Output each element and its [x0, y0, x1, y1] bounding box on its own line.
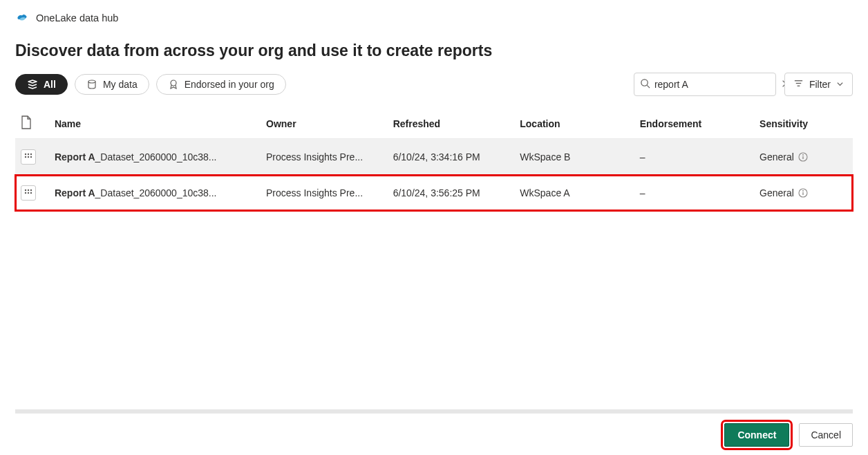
- right-controls: Filter: [634, 73, 853, 96]
- filter-icon: [793, 78, 804, 91]
- svg-point-19: [28, 189, 29, 190]
- ribbon-icon: [168, 79, 179, 90]
- svg-line-3: [647, 85, 650, 88]
- cell-refreshed: 6/10/24, 3:34:16 PM: [388, 139, 515, 175]
- search-input-wrap[interactable]: [634, 73, 776, 96]
- svg-point-0: [88, 80, 95, 83]
- filter-pill-group: All My data Endorsed in your org: [15, 74, 286, 95]
- header-bar: OneLake data hub: [0, 0, 868, 29]
- table-row[interactable]: Report A_Dataset_2060000_10c38... Proces…: [15, 175, 853, 211]
- app-title: OneLake data hub: [36, 12, 118, 24]
- cell-owner: Process Insights Pre...: [261, 139, 388, 175]
- filter-label: Filter: [809, 79, 831, 90]
- col-header-endorsement[interactable]: Endorsement: [634, 109, 754, 139]
- page-heading: Discover data from across your org and u…: [0, 29, 868, 73]
- pill-endorsed[interactable]: Endorsed in your org: [156, 74, 286, 95]
- table-header-row: Name Owner Refreshed Location Endorsemen…: [15, 109, 853, 139]
- svg-point-26: [802, 190, 804, 192]
- search-icon: [640, 78, 650, 91]
- svg-point-14: [30, 156, 32, 158]
- cell-owner: Process Insights Pre...: [261, 175, 388, 211]
- svg-point-17: [802, 154, 804, 156]
- info-icon: [798, 152, 808, 162]
- svg-point-11: [30, 154, 32, 155]
- table-row[interactable]: Report A_Dataset_2060000_10c38... Proces…: [15, 139, 853, 175]
- col-header-owner[interactable]: Owner: [261, 109, 388, 139]
- info-icon: [798, 188, 808, 198]
- cell-endorsement: –: [634, 175, 754, 211]
- svg-point-21: [25, 192, 26, 193]
- col-header-location[interactable]: Location: [514, 109, 634, 139]
- stack-icon: [27, 79, 38, 90]
- dataset-icon: [21, 149, 36, 165]
- col-header-type[interactable]: [15, 109, 49, 139]
- svg-point-10: [28, 154, 29, 155]
- svg-point-22: [28, 192, 29, 193]
- cell-endorsement: –: [634, 139, 754, 175]
- cell-sensitivity: General: [754, 175, 853, 211]
- filter-button[interactable]: Filter: [784, 73, 853, 96]
- cancel-button[interactable]: Cancel: [799, 423, 853, 447]
- svg-point-20: [30, 189, 32, 190]
- svg-point-18: [25, 189, 26, 190]
- pill-endorsed-label: Endorsed in your org: [185, 79, 274, 90]
- file-icon: [21, 115, 32, 129]
- cell-name: Report A_Dataset_2060000_10c38...: [49, 139, 261, 175]
- search-input[interactable]: [654, 79, 775, 90]
- cell-name: Report A_Dataset_2060000_10c38...: [49, 175, 261, 211]
- col-header-name[interactable]: Name: [49, 109, 261, 139]
- col-header-sensitivity[interactable]: Sensitivity: [754, 109, 853, 139]
- toolbar: All My data Endorsed in your org: [0, 73, 868, 109]
- onelake-logo-icon: [15, 10, 29, 26]
- cell-refreshed: 6/10/24, 3:56:25 PM: [388, 175, 515, 211]
- pill-my-data[interactable]: My data: [75, 74, 149, 95]
- chevron-down-icon: [836, 79, 844, 90]
- connect-button[interactable]: Connect: [724, 423, 789, 447]
- pill-my-data-label: My data: [103, 79, 138, 90]
- data-table: Name Owner Refreshed Location Endorsemen…: [15, 109, 853, 211]
- cell-sensitivity: General: [754, 139, 853, 175]
- svg-point-2: [641, 79, 648, 85]
- svg-point-1: [171, 80, 176, 86]
- bottom-divider: [15, 409, 853, 414]
- svg-point-23: [30, 192, 32, 193]
- cell-location: WkSpace A: [514, 175, 634, 211]
- pill-all-label: All: [44, 79, 56, 90]
- dataset-icon: [21, 185, 36, 201]
- svg-point-13: [28, 156, 29, 158]
- pill-all[interactable]: All: [15, 74, 68, 95]
- svg-point-12: [25, 156, 26, 158]
- footer-buttons: Connect Cancel: [724, 423, 853, 447]
- svg-point-9: [25, 154, 26, 155]
- database-icon: [86, 79, 97, 90]
- cell-location: WkSpace B: [514, 139, 634, 175]
- col-header-refreshed[interactable]: Refreshed: [388, 109, 515, 139]
